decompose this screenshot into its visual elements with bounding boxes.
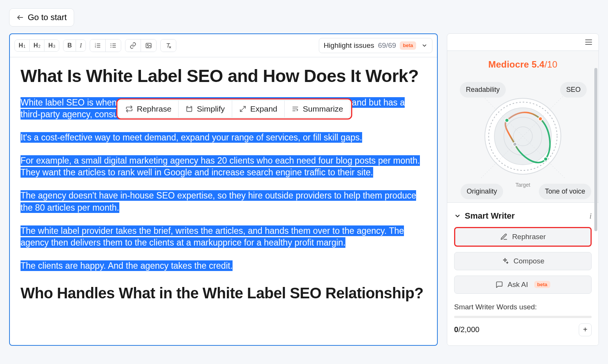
beta-badge: beta [400, 41, 416, 50]
svg-text:3: 3 [95, 46, 96, 48]
clear-formatting-icon [165, 42, 172, 49]
highlight-issues-control[interactable]: Highlight issues 69/69 beta [319, 38, 432, 53]
score-outof: /10 [545, 59, 557, 69]
heading-1-button[interactable]: H1 [15, 40, 29, 51]
highlight-issues-label: Highlight issues [324, 41, 374, 50]
image-button[interactable] [141, 39, 156, 52]
summarize-icon [291, 105, 299, 113]
article-heading-1: What Is White Label SEO and How Does It … [21, 66, 426, 86]
svg-line-18 [240, 109, 242, 111]
simplify-button[interactable]: Simplify [178, 101, 232, 117]
rephraser-button[interactable]: Rephraser [454, 227, 592, 247]
article-body[interactable]: What Is White Label SEO and How Does It … [10, 57, 437, 320]
link-icon [129, 42, 137, 49]
svg-point-36 [513, 142, 517, 146]
svg-line-17 [243, 106, 245, 109]
add-words-button[interactable]: + [579, 323, 592, 336]
compose-button[interactable]: Compose [454, 252, 592, 270]
score-value: 5.4 [532, 59, 545, 69]
insert-group [125, 39, 157, 52]
article-paragraph: The clients are happy. And the agency ta… [21, 260, 426, 272]
article-paragraph: The agency doesn't have in-house SEO exp… [21, 190, 426, 213]
heading-3-button[interactable]: H3 [44, 40, 59, 51]
ask-ai-button[interactable]: Ask AI beta [454, 276, 592, 294]
score-summary: Mediocre 5.4/10 [454, 58, 592, 71]
selection-smart-toolbar: Rephrase Simplify Expand [116, 98, 352, 120]
rephrase-label: Rephrase [137, 104, 171, 113]
smart-writer-card: Smart Writer i Rephraser Compose [447, 203, 598, 345]
style-group: B I [63, 39, 86, 52]
svg-point-11 [111, 45, 111, 46]
simplify-icon [185, 105, 193, 113]
heading-2-button[interactable]: H2 [29, 40, 44, 51]
words-used-progress [454, 316, 592, 318]
arrow-left-icon [16, 14, 24, 21]
article-paragraph: For example, a small digital marketing a… [21, 155, 426, 178]
chat-icon [496, 281, 503, 288]
radar-target-label: Target [466, 181, 580, 189]
ordered-list-button[interactable]: 123 [90, 39, 105, 52]
article-heading-2: Who Handles What in the White Label SEO … [21, 285, 426, 301]
bold-button[interactable]: B [63, 40, 76, 51]
image-icon [145, 42, 152, 49]
expand-label: Expand [250, 104, 277, 113]
compose-label: Compose [513, 257, 544, 265]
words-used-label: Smart Writer Words used: [454, 302, 592, 312]
smart-writer-title: Smart Writer [465, 210, 515, 222]
svg-point-35 [544, 157, 548, 161]
ordered-list-icon: 123 [94, 42, 101, 49]
side-menu-button[interactable] [584, 38, 593, 47]
svg-point-34 [538, 117, 542, 121]
unordered-list-button[interactable] [105, 39, 121, 52]
svg-point-14 [147, 44, 149, 46]
expand-icon [239, 105, 247, 113]
expand-button[interactable]: Expand [232, 101, 284, 117]
link-button[interactable] [125, 39, 141, 52]
rephraser-label: Rephraser [512, 233, 546, 241]
editor-toolbar: H1 H2 H3 B I 123 [10, 34, 437, 57]
heading-group: H1 H2 H3 [14, 39, 59, 52]
words-used-value: 0/2,000 [454, 325, 480, 335]
summarize-button[interactable]: Summarize [284, 101, 350, 117]
article-paragraph: It's a cost-effective way to meet demand… [21, 132, 426, 143]
highlight-issues-count: 69/69 [378, 41, 396, 50]
chevron-down-icon[interactable] [454, 213, 461, 219]
italic-button[interactable]: I [76, 40, 86, 51]
svg-point-33 [505, 118, 509, 122]
article-paragraph: The white label provider takes the brief… [21, 225, 426, 249]
clear-group [160, 39, 176, 52]
radar-label-seo: SEO [560, 82, 587, 97]
side-scrollbar[interactable] [594, 68, 597, 340]
chevron-down-icon [421, 43, 428, 49]
editor-pane: H1 H2 H3 B I 123 [9, 33, 438, 346]
simplify-label: Simplify [197, 104, 225, 113]
clear-formatting-button[interactable] [161, 39, 176, 52]
go-to-start-button[interactable]: Go to start [9, 8, 74, 27]
list-group: 123 [90, 39, 121, 52]
summarize-label: Summarize [303, 104, 343, 113]
rephrase-button[interactable]: Rephrase [119, 101, 178, 117]
rephrase-icon [125, 105, 133, 113]
rephraser-icon [500, 233, 508, 241]
beta-badge: beta [534, 281, 551, 288]
info-icon[interactable]: i [589, 210, 592, 222]
side-panel: Mediocre 5.4/10 Readability SEO Original… [447, 33, 599, 346]
radar-chart: Readability SEO Originality Tone of voic… [466, 77, 580, 189]
unordered-list-icon [109, 42, 117, 49]
go-to-start-label: Go to start [28, 13, 67, 22]
ask-ai-label: Ask AI [508, 280, 528, 289]
compose-icon [501, 257, 509, 265]
svg-point-12 [111, 47, 111, 47]
svg-point-10 [111, 43, 111, 44]
score-word: Mediocre [488, 59, 529, 69]
radar-label-readability: Readability [460, 82, 506, 97]
